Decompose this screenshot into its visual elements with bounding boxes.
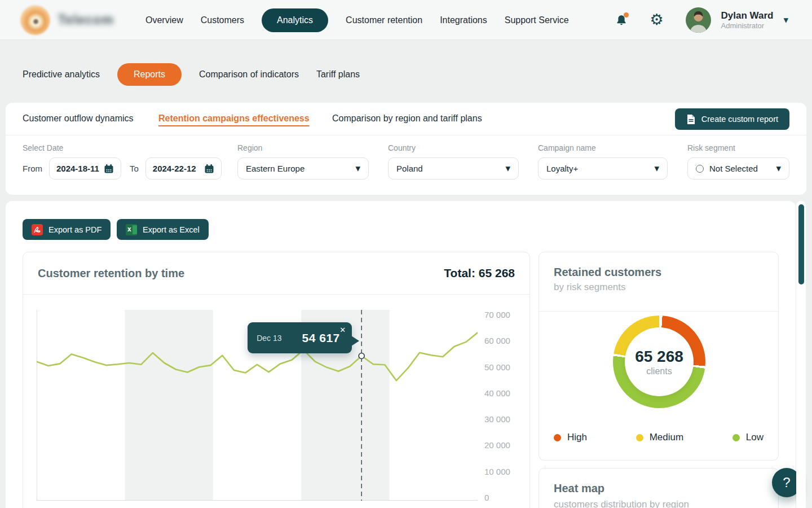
filter-campaign-name: Campaign name Loyalty+ ▾ <box>538 143 668 179</box>
donut-total-label: clients <box>646 366 672 376</box>
export-pdf-button[interactable]: Export as PDF <box>23 219 111 240</box>
brand-logo[interactable]: Telecom <box>20 5 114 35</box>
y-tick-label: 50 000 <box>484 364 510 371</box>
tooltip-date: Dec 13 <box>257 334 281 343</box>
create-custom-report-button[interactable]: Create custom report <box>675 108 789 130</box>
chevron-down-icon: ▾ <box>505 163 510 174</box>
user-menu-chevron-icon[interactable]: ▾ <box>783 14 788 26</box>
tab-predictive-analytics[interactable]: Predictive analytics <box>23 69 100 80</box>
y-tick-label: 10 000 <box>484 468 510 476</box>
region-select[interactable]: Eastern Europe ▾ <box>237 157 369 179</box>
nav-item-customers[interactable]: Customers <box>201 15 244 25</box>
to-label: To <box>130 164 139 173</box>
tab-comparison-of-indicators[interactable]: Comparison of indicators <box>199 69 299 80</box>
y-tick-label: 70 000 <box>484 311 510 319</box>
y-tick-label: 0 <box>484 494 510 502</box>
y-axis-labels: 70 00060 00050 00040 00030 00020 00010 0… <box>484 311 510 502</box>
filter-region: Region Eastern Europe ▾ <box>237 143 369 179</box>
chart-total: Total: 65 268 <box>444 266 515 280</box>
heat-map-title: Heat map <box>554 482 604 495</box>
nav-item-integrations[interactable]: Integrations <box>440 15 487 25</box>
y-tick-label: 60 000 <box>484 337 510 345</box>
settings-gear-icon[interactable]: ⚙︎ <box>648 12 665 29</box>
chevron-down-icon: ▾ <box>654 163 659 174</box>
user-menu[interactable]: Dylan Ward Administrator <box>721 10 774 30</box>
report-filters-card: Customer outflow dynamics Retention camp… <box>6 103 806 195</box>
high-dot-icon <box>554 434 561 441</box>
donut-total-value: 65 268 <box>635 348 683 366</box>
low-dot-icon <box>732 434 740 441</box>
country-select[interactable]: Poland ▾ <box>388 157 519 179</box>
top-navbar: Telecom Overview Customers Analytics Cus… <box>0 0 812 40</box>
user-avatar[interactable] <box>686 7 711 33</box>
tooltip-arrow <box>351 336 359 346</box>
tab-tariff-plans[interactable]: Tariff plans <box>316 69 360 80</box>
logo-icon <box>20 5 50 35</box>
y-tick-label: 20 000 <box>484 441 510 449</box>
nav-item-analytics[interactable]: Analytics <box>262 8 328 32</box>
chart-title: Customer retention by time <box>38 267 184 280</box>
tooltip-value: 54 617 <box>302 331 340 345</box>
tooltip-close-icon[interactable]: ✕ <box>339 326 346 334</box>
document-icon <box>686 114 696 125</box>
filter-risk-segment: Risk segment Not Selected ▾ <box>687 143 789 179</box>
user-role: Administrator <box>721 21 774 30</box>
notification-dot <box>624 12 629 17</box>
divider <box>539 311 778 312</box>
risk-segment-select[interactable]: Not Selected ▾ <box>687 157 789 179</box>
retained-title: Retained customers <box>554 266 661 279</box>
from-label: From <box>23 164 42 173</box>
customer-retention-chart-card: Customer retention by time Total: 65 268… <box>23 252 530 508</box>
y-tick-label: 40 000 <box>484 389 510 397</box>
donut-chart: 65 268 clients <box>613 316 705 408</box>
date-to-input[interactable]: 2024-22-12 <box>145 157 222 179</box>
nav-item-overview[interactable]: Overview <box>145 15 183 25</box>
donut-center: 65 268 clients <box>625 327 694 396</box>
retained-subtitle: by risk segments <box>554 282 626 293</box>
scrollbar-thumb[interactable] <box>798 204 804 284</box>
chevron-down-icon: ▾ <box>355 163 360 174</box>
nav-item-support-service[interactable]: Support Service <box>505 15 569 25</box>
heat-map-card: Heat map customers distribution by regio… <box>539 468 779 508</box>
medium-dot-icon <box>636 434 643 441</box>
pdf-icon <box>32 224 43 235</box>
calendar-icon[interactable] <box>204 164 214 174</box>
filter-select-date: Select Date From 2024-18-11 To 2024-22-1… <box>23 143 222 179</box>
risk-legend: High Medium Low <box>554 432 764 443</box>
report-subtabs: Customer outflow dynamics Retention camp… <box>6 103 806 135</box>
date-from-input[interactable]: 2024-18-11 <box>49 157 121 179</box>
subtab-retention-campaigns-effectiveness[interactable]: Retention campaigns effectiveness <box>158 113 310 124</box>
scrollbar-track[interactable] <box>796 201 806 508</box>
tab-reports[interactable]: Reports <box>117 63 182 86</box>
calendar-icon[interactable] <box>104 164 114 174</box>
notifications-bell-icon[interactable] <box>613 12 630 29</box>
retained-customers-card: Retained customers by risk segments 65 2… <box>539 252 779 461</box>
main-nav: Overview Customers Analytics Customer re… <box>145 0 569 40</box>
subtab-customer-outflow-dynamics[interactable]: Customer outflow dynamics <box>23 113 134 124</box>
campaign-select[interactable]: Loyalty+ ▾ <box>538 157 668 179</box>
y-tick-label: 30 000 <box>484 415 510 423</box>
heat-map-subtitle: customers distribution by region <box>554 499 689 508</box>
export-excel-button[interactable]: x Export as Excel <box>117 219 209 240</box>
legend-item-medium[interactable]: Medium <box>636 432 683 443</box>
analytics-tabs: Predictive analytics Reports Comparison … <box>23 62 360 86</box>
navbar-right-cluster: ⚙︎ Dylan Ward Administrator ▾ <box>613 0 788 40</box>
legend-item-low[interactable]: Low <box>732 432 764 443</box>
legend-item-high[interactable]: High <box>554 432 587 443</box>
chart-header: Customer retention by time Total: 65 268 <box>23 252 529 295</box>
report-content-card: Export as PDF x Export as Excel Customer… <box>6 201 796 508</box>
chevron-down-icon: ▾ <box>776 163 781 174</box>
excel-icon: x <box>126 224 137 235</box>
chart-tooltip: Dec 13 54 617 ✕ <box>248 322 352 353</box>
radio-circle-icon <box>696 165 704 173</box>
brand-name: Telecom <box>58 12 114 28</box>
user-name: Dylan Ward <box>721 10 774 21</box>
select-date-label: Select Date <box>23 143 222 152</box>
filter-country: Country Poland ▾ <box>388 143 519 179</box>
nav-item-customer-retention[interactable]: Customer retention <box>346 15 422 25</box>
subtab-comparison-by-region[interactable]: Comparison by region and tariff plans <box>332 113 482 124</box>
